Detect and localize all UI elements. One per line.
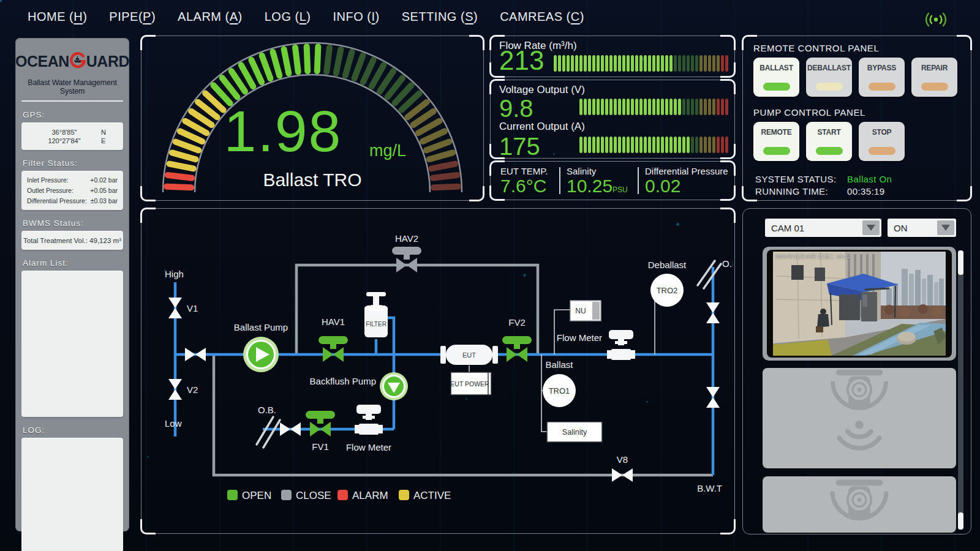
gps-lon-value: 120°27'84"	[28, 137, 101, 144]
salinity-stat: Salinity 10.25PSU	[567, 162, 634, 200]
svg-text:HAV1: HAV1	[322, 317, 345, 327]
backflush-pump	[380, 372, 408, 400]
stop-indicator	[869, 147, 895, 155]
camera-scrollbar-end[interactable]	[958, 512, 963, 530]
stop-button-label: STOP	[859, 128, 905, 137]
start-indicator	[816, 147, 843, 155]
remote-buttons: BALLAST DEBALLAST BYPASS REPAIR	[753, 58, 957, 97]
deballast-button-label: DEBALLAST	[806, 64, 852, 72]
repair-button-label: REPAIR	[911, 64, 957, 72]
svg-text:ACTIVE: ACTIVE	[413, 490, 451, 501]
bwms-status-title: BWMS Status:	[23, 219, 129, 228]
deballast-button[interactable]: DEBALLAST	[806, 58, 852, 97]
svg-text:O.B.: O.B.	[722, 258, 733, 269]
broadcast-signal-icon	[924, 11, 948, 28]
running-time-label: RUNNING TIME:	[755, 186, 847, 197]
salinity-box-label: Salinity	[562, 428, 587, 437]
nav-log[interactable]: LOG (L)	[265, 10, 311, 24]
alarm-list-box[interactable]	[21, 271, 123, 417]
svg-text:V2: V2	[187, 384, 198, 395]
valve-right-upper	[706, 302, 720, 323]
deballast-indicator	[816, 83, 843, 91]
gps-lon-row: 120°27'84" E	[28, 137, 117, 144]
camera-power-dropdown[interactable]: ON	[888, 219, 956, 237]
eut-temp-stat: EUT TEMP. 7.6°C	[500, 162, 557, 200]
camera-feed[interactable]: 2021年11月16日 星期二 16:42	[767, 250, 952, 358]
camera-scrollbar-thumb[interactable]	[958, 250, 963, 275]
system-status-label: SYSTEM STATUS:	[755, 174, 847, 184]
stats-panel: EUT TEMP. 7.6°C Salinity 10.25PSU Differ…	[490, 161, 735, 200]
tro-label: Ballast TRO	[141, 170, 483, 190]
bypass-indicator	[869, 83, 895, 91]
system-status-row: SYSTEM STATUS: Ballast On	[755, 174, 892, 184]
ballast-button[interactable]: BALLAST	[753, 58, 799, 97]
filter-status-title: Filter Status:	[23, 159, 129, 168]
voltage-label: Voltage Output (V)	[499, 84, 585, 96]
nav-cameras[interactable]: CAMREAS (C)	[500, 10, 584, 24]
inlet-pressure-label: Inlet Pressure:	[27, 175, 69, 186]
svg-text:CLOSE: CLOSE	[296, 490, 331, 501]
ballast-indicator	[763, 83, 790, 91]
stop-button[interactable]: STOP	[859, 122, 905, 161]
nav-setting[interactable]: SETTING (S)	[402, 10, 478, 24]
outlet-pressure-value: +0.05 bar	[90, 186, 118, 196]
diff-pressure-stat-label: Differential Pressure	[645, 166, 732, 176]
gps-lon-dir: E	[101, 137, 117, 144]
alarm-list-title: Alarm List:	[23, 258, 129, 268]
pump-buttons: REMOTE START STOP	[753, 122, 905, 161]
diagram-legend: OPEN CLOSE ALARM ACTIVE	[227, 490, 451, 501]
gps-lat-dir: N	[101, 129, 117, 136]
camera-placeholder-2[interactable]	[763, 476, 956, 533]
nav-pipe[interactable]: PIPE(P)	[109, 10, 156, 24]
diff-pressure-stat: Differential Pressure 0.02	[645, 162, 732, 200]
tro-gauge-panel: 1.98 mg/L Ballast TRO	[141, 36, 484, 201]
svg-text:ALARM: ALARM	[352, 490, 388, 501]
camera-select-chevron-down-icon[interactable]	[862, 220, 880, 235]
repair-indicator	[921, 83, 948, 91]
camera-power-chevron-down-icon[interactable]	[937, 220, 954, 235]
start-button-label: START	[806, 128, 852, 137]
repair-button[interactable]: REPAIR	[911, 58, 957, 97]
stat-divider-1	[559, 167, 560, 194]
svg-text:B.W.T: B.W.T	[697, 483, 722, 493]
voltage-current-panel: Voltage Output (V) 9.8 Current Output (A…	[490, 80, 735, 159]
nu-label: NU	[575, 307, 586, 315]
bypass-button[interactable]: BYPASS	[859, 58, 905, 97]
nav-home[interactable]: HOME (H)	[28, 10, 87, 24]
svg-text:V8: V8	[617, 454, 628, 465]
running-time-value: 00:35:19	[847, 186, 885, 197]
valve-right-lower	[706, 387, 720, 408]
log-box[interactable]	[21, 438, 123, 551]
tro-unit: mg/L	[369, 141, 406, 160]
valve-fv1	[306, 411, 335, 437]
camera-select-dropdown[interactable]: CAM 01	[765, 219, 881, 237]
diff-pressure-value: ±0.03 bar	[91, 196, 118, 206]
filter-status-readout: Inlet Pressure: +0.02 bar Outlet Pressur…	[21, 171, 123, 210]
camera-scrollbar[interactable]	[958, 250, 963, 530]
svg-text:Ballast Pump: Ballast Pump	[234, 322, 288, 332]
nav-info[interactable]: INFO (I)	[333, 10, 380, 24]
start-button[interactable]: START	[806, 122, 852, 161]
logo-subtitle: Ballast Water Management System	[15, 78, 129, 96]
camera-placeholder-1[interactable]	[763, 368, 956, 468]
voltage-value: 9.8	[499, 96, 533, 121]
svg-text:V1: V1	[187, 303, 198, 313]
valve-v1	[168, 298, 182, 318]
salinity-unit: PSU	[612, 186, 628, 194]
nav-alarm[interactable]: ALARM (A)	[178, 10, 243, 24]
running-time-row: RUNNING TIME: 00:35:19	[755, 186, 885, 197]
control-panel: REMOTE CONTROL PANEL BALLAST DEBALLAST B…	[742, 36, 971, 201]
filter-unit	[364, 292, 388, 337]
current-bars	[579, 137, 728, 153]
overboard-left-symbol	[257, 417, 280, 448]
dome-camera-icon	[826, 476, 893, 533]
current-value: 175	[499, 134, 540, 159]
gps-lat-row: 36°8'85" N	[28, 129, 117, 136]
svg-text:O.B.: O.B.	[258, 405, 276, 415]
flow-rate-bars	[554, 55, 728, 72]
voltage-bars	[579, 99, 728, 115]
bwms-status-readout: Total Treatment Vol.: 49,123 m³	[21, 231, 123, 250]
remote-button[interactable]: REMOTE	[753, 122, 799, 161]
filter-label: FILTER	[366, 321, 386, 328]
svg-text:Flow Meter: Flow Meter	[557, 332, 602, 343]
